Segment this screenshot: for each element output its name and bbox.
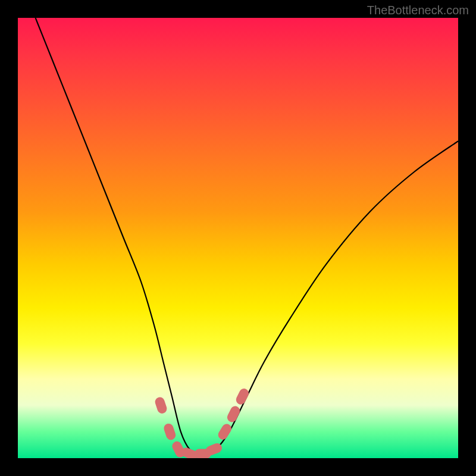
chart-plot-background xyxy=(18,18,458,458)
watermark-text: TheBottleneck.com xyxy=(367,4,469,17)
